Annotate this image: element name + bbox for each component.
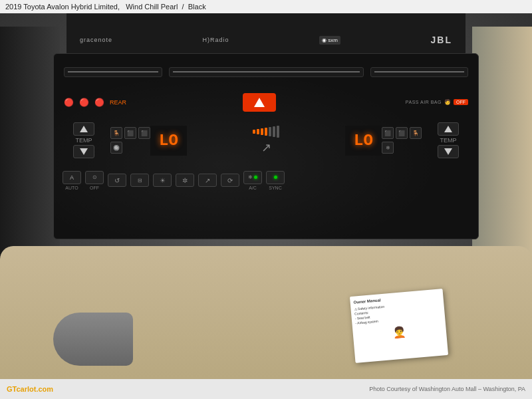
down-arrow-icon <box>80 148 88 155</box>
recirc2-icon: ⟳ <box>221 174 239 187</box>
rear-defrost-button[interactable]: ❄ <box>382 142 394 154</box>
panel-vents <box>64 59 468 86</box>
seat-controls-right: ⬛ ⬛ 🪑 ❄ <box>382 127 422 154</box>
fan-off-icon: ⊙ <box>85 171 104 184</box>
fan-bar-6 <box>273 126 275 137</box>
logo-gt: GT <box>7 385 16 393</box>
temp-left-up-button[interactable] <box>73 122 94 136</box>
vent-slot-2 <box>169 67 364 77</box>
fan-bar-5 <box>269 127 271 136</box>
fan-off-button[interactable]: ⊙ OFF <box>85 171 104 190</box>
fan-speed-button[interactable]: ✲ <box>176 174 194 187</box>
temp-right-controls: TEMP <box>422 122 475 158</box>
climate-row: TEMP 🪑 ⬛ ⬛ <box>57 117 475 164</box>
seat-heat-button-r3[interactable]: 🪑 <box>410 127 422 139</box>
bottom-bar: GTcarlot.com Photo Courtesy of Washingto… <box>0 379 532 399</box>
seat-heat-button-2[interactable]: ⬛ <box>124 127 136 139</box>
manual-paper: Owner Manual ⚠ Safety information Conten… <box>350 289 448 363</box>
seat-icon-3: ⬛ <box>141 130 148 136</box>
down-arrow-right-icon <box>444 148 452 155</box>
top-bar: 2019 Toyota Avalon Hybrid Limited, Wind … <box>0 0 532 13</box>
defrost-front-text: ☀ <box>160 177 166 184</box>
warning-icons: 🔴 🔴 🔴 REAR <box>64 98 126 107</box>
temp-right-label: TEMP <box>440 137 456 144</box>
car-title: 2019 Toyota Avalon Hybrid Limited, Wind … <box>5 3 206 11</box>
jbl-logo: JBL <box>431 35 452 45</box>
recirc-arrow-icon: ↺ <box>114 177 120 184</box>
fan-speed-display <box>253 126 279 138</box>
seat-icon-r3: 🪑 <box>412 130 419 136</box>
airbag-person-icon: 🧑 <box>444 99 451 105</box>
warning-row: 🔴 🔴 🔴 REAR PASS AIR BAG 🧑 OFF <box>61 90 471 114</box>
auto-button[interactable]: A AUTO <box>63 171 81 190</box>
seat-heat-button-r1[interactable]: ⬛ <box>382 127 394 139</box>
pass-airbag-label: PASS AIR BAG <box>406 100 442 104</box>
photo-credit: Photo Courtesy of Washington Auto Mall –… <box>369 386 525 392</box>
steering-icon: 🔘 <box>113 145 120 151</box>
fan-off-text: ⊙ <box>92 174 97 180</box>
dashboard-lower: Owner Manual ⚠ Safety information Conten… <box>0 246 532 379</box>
ac-green-indicator <box>254 176 257 179</box>
seat-label: REAR <box>110 99 126 106</box>
armrest <box>53 313 133 366</box>
bottom-button-row: A AUTO ⊙ OFF ↺ ⊟ <box>57 167 475 194</box>
defrost-front-button[interactable]: ☀ <box>153 174 172 187</box>
airflow-icon: ↗ <box>261 140 271 155</box>
fan-bar-2 <box>257 129 259 134</box>
defrost-front-icon: ☀ <box>153 174 172 187</box>
page-container: 2019 Toyota Avalon Hybrid Limited, Wind … <box>0 0 532 399</box>
manual-content: Owner Manual ⚠ Safety information Conten… <box>350 289 447 348</box>
seat-heat-row-right: ⬛ ⬛ 🪑 <box>382 127 422 139</box>
fan-speed-icon: ✲ <box>176 174 194 187</box>
fan-bar-4 <box>265 128 267 136</box>
auto-button-icon: A <box>63 171 81 184</box>
pass-airbag-area: PASS AIR BAG 🧑 OFF <box>406 99 468 105</box>
rear-defrost-row: ❄ <box>382 142 422 154</box>
logo-carlot: carlot <box>16 385 36 393</box>
sync-label: SYNC <box>269 186 281 190</box>
sync-button[interactable]: SYNC <box>266 171 285 190</box>
hazard-button[interactable] <box>243 93 276 112</box>
seat-heat-button-3[interactable]: ⬛ <box>138 127 150 139</box>
seat-heat-row-left: 🪑 ⬛ ⬛ <box>110 127 150 139</box>
sync-green-indicator <box>274 176 277 179</box>
seat-heat-button-1[interactable]: 🪑 <box>110 127 122 139</box>
airflow-mode-button[interactable]: ↗ <box>198 174 217 187</box>
seat-icon-2: ⬛ <box>127 130 134 136</box>
site-logo: GTcarlot.com <box>7 385 53 393</box>
vent-slot-1 <box>64 67 162 77</box>
airbag-off-badge: OFF <box>454 99 468 105</box>
logo-dot: .com <box>36 385 53 393</box>
up-arrow-right-icon <box>444 126 452 132</box>
ac-label: A/C <box>249 186 257 190</box>
mode-icon: ⊟ <box>130 174 149 187</box>
hazard-triangle-icon <box>254 98 265 107</box>
seat-icon-r2: ⬛ <box>398 130 405 136</box>
temp-left-down-button[interactable] <box>73 145 94 158</box>
mode-button[interactable]: ⊟ <box>130 174 149 187</box>
recirc-button[interactable]: ↺ <box>108 174 126 187</box>
seat-heat-button-r2[interactable]: ⬛ <box>396 127 408 139</box>
steering-heat-button[interactable]: 🔘 <box>110 142 122 154</box>
defrost-icon: ❄ <box>386 145 390 151</box>
temp-left-label: TEMP <box>75 137 92 144</box>
hd-radio: H)Radio <box>203 37 229 43</box>
title-main: 2019 Toyota Avalon Hybrid Limited, <box>5 3 120 11</box>
temp-display-left: LO <box>150 126 187 156</box>
airflow-text: ↗ <box>205 177 210 184</box>
airflow-mode-icon: ↗ <box>198 174 217 187</box>
temp-right-up-button[interactable] <box>438 122 459 136</box>
recirc-icon: ↺ <box>108 174 126 187</box>
gracenote-text: gracenote <box>80 37 112 43</box>
seat-icon-r1: ⬛ <box>384 130 391 136</box>
fan-off-label: OFF <box>90 186 99 190</box>
fan-controls: ↗ <box>187 126 345 155</box>
temp-right-down-button[interactable] <box>438 145 459 158</box>
seat-warning-icon-3: 🔴 <box>94 98 104 107</box>
steering-wheel-row: 🔘 <box>110 142 150 154</box>
recirc2-button[interactable]: ⟳ <box>221 174 239 187</box>
mode-icon-text: ⊟ <box>138 178 142 184</box>
ac-button[interactable]: ❄ A/C <box>243 171 262 190</box>
temp-display-right: LO <box>345 126 382 156</box>
temp-value-left: LO <box>159 132 178 150</box>
